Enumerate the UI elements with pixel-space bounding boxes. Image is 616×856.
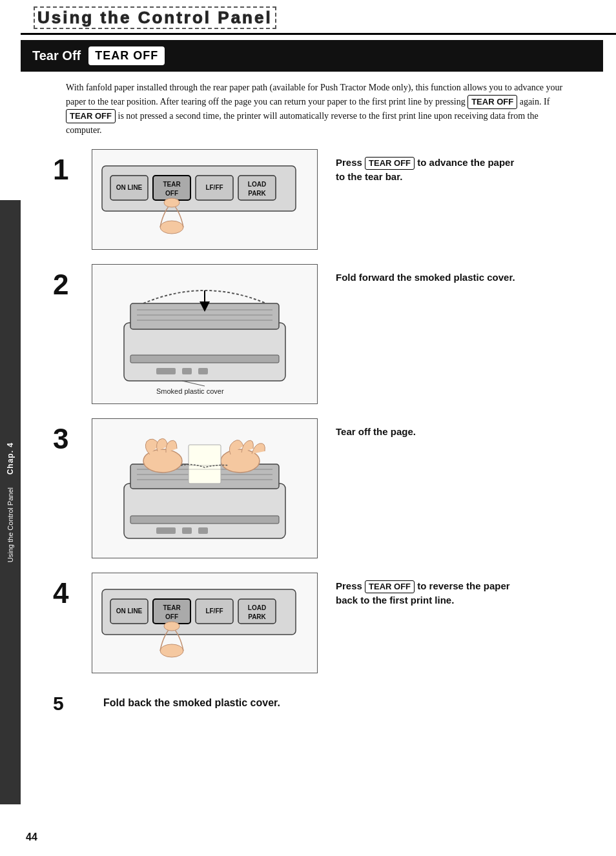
step-5-number: 5 [53,694,79,713]
step-2-desc-text: Fold forward the smoked plastic cover. [336,272,515,283]
intro-paragraph: With fanfold paper installed through the… [66,81,571,138]
step-2-svg: Smoked plastic cover [105,271,305,397]
step-3-desc: Tear off the page. [336,418,416,438]
svg-text:Smoked plastic cover: Smoked plastic cover [156,387,224,395]
svg-rect-36 [182,527,192,534]
svg-text:LF/FF: LF/FF [205,184,223,191]
svg-rect-34 [130,516,279,524]
svg-text:TEAR: TEAR [163,181,181,188]
page-title: Using the Control Panel [34,6,603,29]
step-1-image: ON LINE TEAR OFF LF/FF LOAD PARK [92,149,318,250]
step-1-number: 1 [53,156,92,184]
step-3-row: 3 [53,418,603,558]
page-title-area: Using the Control Panel [21,0,616,35]
step-1-badge: TEAR OFF [365,157,415,170]
svg-text:ON LINE: ON LINE [116,184,143,191]
svg-text:LOAD: LOAD [248,181,266,188]
svg-point-12 [164,198,180,207]
step-4-svg: ON LINE TEAR OFF LF/FF LOAD PARK [99,586,299,664]
svg-text:PARK: PARK [248,613,266,620]
step-4-desc-text: Press [336,580,365,591]
section-badge: TEAR OFF [88,46,165,65]
svg-text:TEAR: TEAR [163,604,181,611]
svg-rect-20 [182,368,192,374]
step-5-row: 5 Fold back the smoked plastic cover. [53,694,603,713]
step-2-row: 2 [53,264,603,404]
svg-rect-18 [130,355,279,363]
svg-text:LOAD: LOAD [248,604,266,611]
svg-point-11 [160,221,183,234]
intro-badge-1: TEAR OFF [467,95,517,109]
step-2-image: Smoked plastic cover [92,264,318,404]
intro-text-3: is not pressed a second time, the printe… [66,111,539,135]
svg-rect-35 [156,527,176,534]
chapter-label: Chap. 4 [6,442,15,474]
steps-area: 1 ON LINE TEAR OFF [53,149,603,688]
step-5-desc: Fold back the smoked plastic cover. [103,696,280,710]
svg-line-22 [182,381,205,386]
step-2-desc: Fold forward the smoked plastic cover. [336,264,515,284]
sidebar: Chap. 4 Using the Control Panel [0,200,21,804]
svg-point-49 [160,644,183,657]
svg-rect-31 [189,445,221,484]
step-1-desc-text: Press [336,157,365,168]
svg-rect-14 [130,303,279,329]
sidebar-section-label: Using the Control Panel [6,487,14,562]
section-title: Tear Off [32,48,81,63]
svg-text:OFF: OFF [165,613,178,620]
page-title-text: Using the Control Panel [34,6,276,29]
svg-rect-21 [198,368,208,374]
step-4-desc: Press TEAR OFF to reverse the paper back… [336,573,517,607]
step-4-row: 4 ON LINE TEAR OFF LF [53,573,603,673]
step-1-row: 1 ON LINE TEAR OFF [53,149,603,250]
step-4-badge: TEAR OFF [365,580,415,593]
intro-badge-2: TEAR OFF [66,109,116,123]
svg-point-50 [164,622,180,631]
step-1-svg: ON LINE TEAR OFF LF/FF LOAD PARK [99,163,299,240]
svg-rect-37 [198,527,208,534]
step-3-image [92,418,318,558]
step-2-number: 2 [53,270,92,299]
step-1-desc: Press TEAR OFF to advance the paper to t… [336,149,517,183]
intro-text-2: again. If [520,97,550,107]
step-5-text: Fold back the smoked plastic cover. [103,697,280,708]
step-3-svg [105,425,305,551]
svg-text:OFF: OFF [165,190,178,197]
step-3-desc-text: Tear off the page. [336,426,416,437]
step-4-number: 4 [53,579,92,607]
section-header: Tear Off TEAR OFF [21,40,603,72]
svg-text:PARK: PARK [248,190,266,197]
svg-rect-19 [156,368,176,374]
step-4-image: ON LINE TEAR OFF LF/FF LOAD PARK [92,573,318,673]
svg-text:ON LINE: ON LINE [116,607,143,615]
page-number: 44 [26,831,37,843]
main-content: With fanfold paper installed through the… [21,72,616,726]
step-3-number: 3 [53,425,92,453]
svg-text:LF/FF: LF/FF [205,607,223,615]
